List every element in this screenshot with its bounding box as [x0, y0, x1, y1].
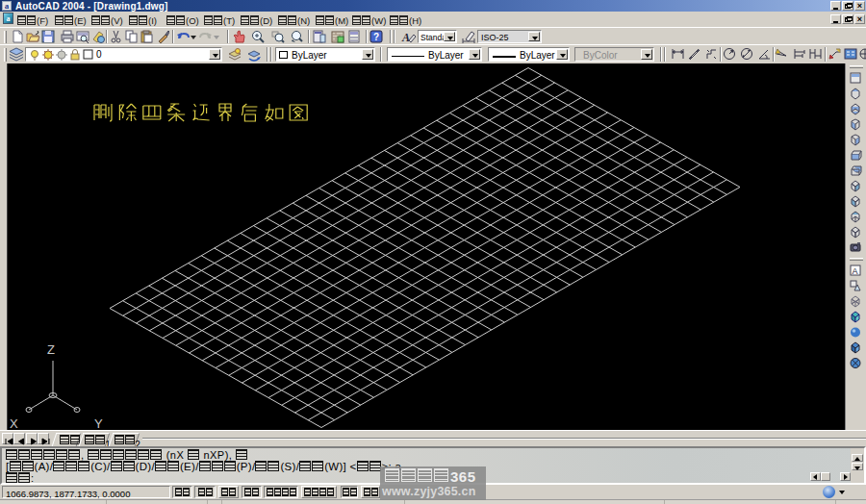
svg-text:Z: Z — [47, 342, 55, 357]
svg-text:A: A — [401, 31, 410, 43]
svg-text:X: X — [10, 416, 18, 430]
svg-text:A: A — [853, 266, 858, 276]
svg-text:?: ? — [373, 32, 379, 42]
svg-text:Y: Y — [94, 416, 103, 430]
